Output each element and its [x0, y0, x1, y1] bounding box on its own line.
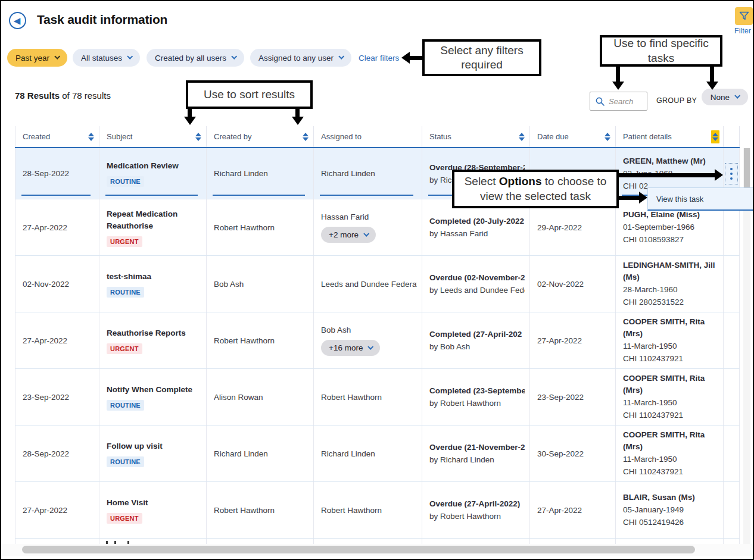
row-options-button[interactable] [725, 163, 738, 184]
date-due: 27-Apr-2022 [537, 336, 610, 345]
priority-badge: ROUTINE [107, 456, 144, 467]
task-subject: test-shimaa [107, 271, 201, 283]
assigned-to: Richard Linden [321, 449, 417, 458]
patient-dob: 11-March-1950 [623, 453, 718, 465]
chip-label: Created by all users [155, 54, 226, 62]
results-count-suffix: of 78 results [60, 90, 111, 101]
sort-icon[interactable] [301, 133, 310, 141]
chevron-down-icon [338, 53, 344, 59]
table-row[interactable]: 27-Apr-2022 Repeat Medication Reauthoris… [15, 199, 740, 256]
task-subject: Repeat Medication Reauthorise [107, 208, 201, 232]
assigned-more-button[interactable]: +16 more [321, 340, 380, 356]
task-subject: Home Visit [107, 497, 201, 509]
column-header-options [724, 126, 740, 147]
chevron-down-icon [368, 343, 374, 349]
clear-filters-link[interactable]: Clear filters [359, 54, 399, 62]
table-row[interactable]: 02-Nov-2022 test-shimaaROUTINE Bob Ash L… [15, 256, 740, 312]
status-line1: Overdue (21-November-2 [429, 441, 525, 453]
column-header-subject[interactable]: Subject [99, 126, 207, 147]
patient-chi: CHI 0512419426 [623, 516, 718, 528]
patient-dob: 11-March-1950 [623, 340, 718, 352]
assigned-to: Bob Ash [321, 326, 417, 334]
assigned-to: Robert Hawthorn [321, 506, 417, 515]
priority-badge: ROUTINE [107, 400, 144, 411]
table-row[interactable]: 23-Sep-2022 Notify When CompleteROUTINE … [15, 369, 740, 426]
date-due: 02-Nov-2022 [537, 280, 610, 289]
status-line2: by Hassan Farid [429, 227, 525, 240]
menu-item-view-this-task[interactable]: View this task [648, 195, 703, 204]
column-header-created-by[interactable]: Created by [207, 126, 314, 147]
filter-chip-past-year[interactable]: Past year [7, 49, 67, 67]
callout-find-tasks: Use to find specific tasks [600, 35, 722, 67]
sort-icon-highlighted[interactable] [711, 130, 719, 143]
column-header-status[interactable]: Status [422, 126, 530, 147]
created-by: Richard Linden [214, 169, 309, 178]
filter-chip-all-statuses[interactable]: All statuses [73, 49, 140, 67]
patient-name: PUGH, Elaine (Miss) [623, 209, 718, 221]
date-due: 27-Apr-2022 [537, 506, 610, 515]
filter-button[interactable] [735, 7, 753, 25]
search-box[interactable] [590, 92, 647, 111]
priority-badge: URGENT [107, 513, 142, 524]
created-date: 27-Apr-2022 [23, 223, 94, 232]
context-menu: View this task [647, 187, 754, 211]
priority-badge: ROUTINE [107, 287, 144, 298]
table-row[interactable]: 28-Sep-2022 Follow up visitROUTINE Richa… [15, 426, 740, 482]
clipped-row-text [99, 539, 207, 544]
patient-name: COOPER SMITH, Rita (Mrs) [623, 316, 718, 340]
created-date: 23-Sep-2022 [23, 393, 94, 402]
callout-options: Select Options to choose to view the sel… [452, 170, 619, 208]
patient-chi: CHI 1102437921 [623, 352, 718, 365]
assigned-to: Richard Linden [321, 169, 417, 178]
status-line2: by Bob Ash [429, 340, 525, 353]
horizontal-scrollbar[interactable] [2, 544, 753, 556]
status-line2: by Richard Linden [429, 453, 525, 466]
status-line2: by Robert Hawthorn [429, 397, 525, 409]
column-header-patient-details[interactable]: Patient details [616, 126, 724, 147]
callout-arrow-down [612, 67, 624, 90]
back-button[interactable]: ◀ [9, 12, 26, 29]
chip-label: All statuses [81, 54, 122, 62]
search-icon [595, 96, 605, 107]
patient-name: COOPER SMITH, Rita (Mrs) [623, 373, 718, 396]
created-date: 02-Nov-2022 [23, 280, 94, 289]
sort-icon[interactable] [194, 133, 202, 141]
table-header-row: Created Subject Created by Assigned to S… [15, 126, 740, 148]
column-header-created[interactable]: Created [15, 126, 99, 147]
horizontal-scrollbar-thumb[interactable] [22, 546, 695, 553]
status-line2: by Leeds and Dundee Fede [429, 284, 525, 296]
back-arrow-icon: ◀ [14, 16, 21, 25]
callout-filters: Select any filters required [422, 39, 541, 76]
table-row[interactable]: 27-Apr-2022 Reauthorise ReportsURGENT Ro… [15, 312, 740, 369]
sort-icon[interactable] [87, 133, 95, 141]
assigned-to: Leeds and Dundee Federat [321, 280, 417, 289]
task-subject: Follow up visit [107, 440, 201, 452]
sort-icon[interactable] [603, 133, 612, 141]
patient-dob: 05-January-1949 [623, 503, 718, 516]
created-date: 28-Sep-2022 [23, 169, 94, 178]
created-by: Robert Hawthorn [214, 506, 309, 515]
table-row[interactable]: 27-Apr-2022 Home VisitURGENT Robert Hawt… [15, 482, 740, 539]
task-subject: Notify When Complete [107, 384, 201, 396]
assigned-more-button[interactable]: +2 more [321, 227, 376, 243]
created-by: Alison Rowan [214, 393, 309, 402]
filter-chip-assigned-to[interactable]: Assigned to any user [250, 49, 351, 67]
assigned-to: Robert Hawthorn [321, 393, 417, 402]
patient-dob: 28-March-1960 [623, 283, 718, 296]
tasks-table: Created Subject Created by Assigned to S… [15, 126, 740, 544]
search-input[interactable] [609, 97, 643, 106]
patient-name: LEDINGHAM-SMITH, Jill (Ms) [623, 259, 718, 283]
group-by-value: None [711, 93, 730, 102]
column-header-date-due[interactable]: Date due [530, 126, 616, 147]
table-row-clipped[interactable] [15, 539, 740, 544]
chevron-down-icon [127, 53, 133, 59]
filter-chip-created-by[interactable]: Created by all users [147, 49, 244, 67]
column-header-assigned-to: Assigned to [314, 126, 422, 147]
created-by: Richard Linden [214, 449, 309, 458]
group-by-dropdown[interactable]: None [702, 89, 748, 105]
status-line2: by Robert Hawthorn [429, 510, 525, 523]
group-by-label: GROUP BY [656, 96, 697, 105]
sort-icon[interactable] [518, 133, 526, 141]
task-subject: Reauthorise Reports [107, 327, 201, 339]
chip-label: Past year [15, 54, 49, 62]
